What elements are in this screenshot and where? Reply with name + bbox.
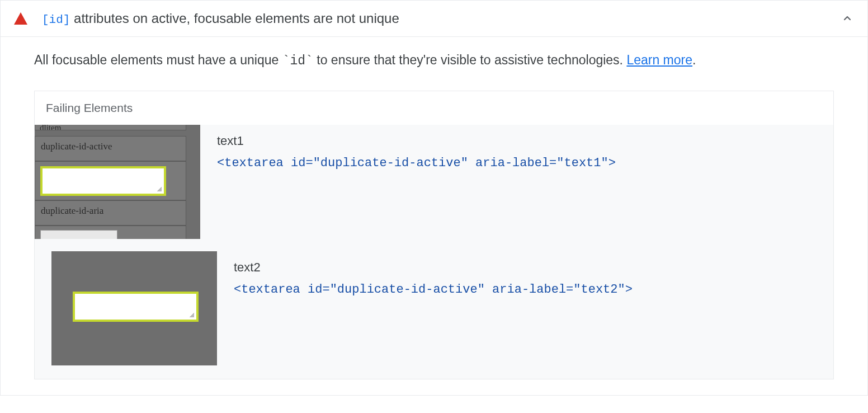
audit-panel: [id] attributes on active, focusable ele…: [0, 0, 868, 396]
description-code: `id`: [282, 54, 313, 68]
audit-description: All focusable elements must have a uniqu…: [34, 53, 834, 68]
thumbnail-row-label: duplicate-id-active: [35, 136, 186, 161]
thumbnail-image: dlitem duplicate-id-active duplicate-id-…: [35, 125, 200, 239]
audit-body: All focusable elements must have a uniqu…: [1, 37, 867, 395]
audit-title-code: [id]: [42, 13, 70, 26]
element-label: text1: [217, 134, 833, 148]
thumbnail-highlighted-element: [40, 166, 166, 196]
element-info: text1 <textarea id="duplicate-id-active"…: [200, 125, 833, 170]
element-label: text2: [234, 260, 833, 275]
failing-elements-body: dlitem duplicate-id-active duplicate-id-…: [35, 125, 833, 379]
element-thumbnail: dlitem duplicate-id-active duplicate-id-…: [35, 125, 200, 239]
element-code-snippet: <textarea id="duplicate-id-active" aria-…: [234, 283, 833, 297]
failing-element-row[interactable]: dlitem duplicate-id-active duplicate-id-…: [35, 125, 833, 239]
thumbnail-partial-element: [40, 230, 117, 239]
element-info: text2 <textarea id="duplicate-id-active"…: [217, 251, 833, 297]
failing-elements-panel: Failing Elements dlitem duplicate-id-act…: [34, 91, 834, 379]
element-code-snippet: <textarea id="duplicate-id-active" aria-…: [217, 156, 833, 170]
failing-element-row[interactable]: text2 <textarea id="duplicate-id-active"…: [35, 251, 833, 379]
thumbnail-image: [51, 251, 217, 365]
description-period: .: [692, 53, 696, 67]
row-spacer: [35, 239, 833, 251]
description-text-suffix: to ensure that they're visible to assist…: [313, 53, 627, 67]
resize-handle-icon: [190, 313, 194, 317]
error-triangle-icon: [14, 12, 27, 25]
audit-title-text: attributes on active, focusable elements…: [70, 11, 399, 26]
learn-more-link[interactable]: Learn more: [626, 53, 692, 67]
thumbnail-row-label: duplicate-id-aria: [35, 200, 186, 226]
thumbnail-row-label: dlitem: [35, 125, 186, 130]
audit-header[interactable]: [id] attributes on active, focusable ele…: [1, 1, 867, 37]
description-text-prefix: All focusable elements must have a uniqu…: [34, 53, 282, 67]
failing-elements-heading: Failing Elements: [35, 91, 833, 125]
resize-handle-icon: [157, 187, 162, 191]
element-thumbnail: [35, 251, 217, 379]
thumbnail-highlighted-element: [73, 292, 199, 322]
chevron-up-icon: [841, 12, 854, 25]
audit-title: [id] attributes on active, focusable ele…: [42, 11, 841, 26]
